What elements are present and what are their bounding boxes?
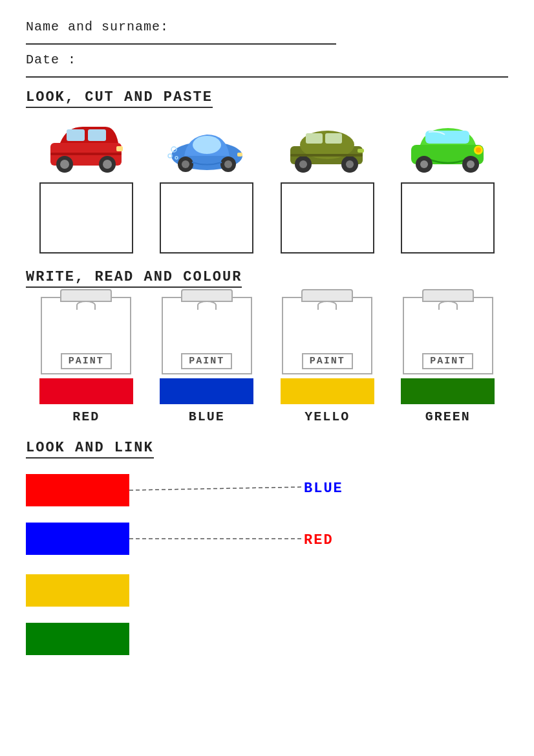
svg-rect-2 [88, 129, 106, 141]
link-swatch-yellow [26, 574, 129, 607]
color-label-red: RED [72, 409, 100, 424]
car-item-2 [152, 117, 262, 254]
link-title: LOOK AND LINK [26, 440, 154, 459]
paste-box-1 [39, 182, 133, 254]
color-swatch-green [401, 378, 495, 404]
paint-jar-red: PAINT [41, 297, 131, 374]
color-label-yellow: YELLO [304, 409, 350, 424]
car-image-3 [282, 117, 372, 178]
jar-lid-yellow [301, 289, 353, 302]
paste-box-4 [401, 182, 495, 254]
svg-point-6 [103, 160, 112, 169]
svg-point-34 [420, 160, 428, 168]
link-word-red: RED [304, 532, 334, 548]
color-label-blue: BLUE [189, 409, 225, 424]
paint-item-green: PAINT GREEN [393, 297, 503, 424]
paint-jar-blue: PAINT [162, 297, 252, 374]
jar-label-red: PAINT [61, 353, 112, 369]
paint-item-blue: PAINT BLUE [152, 297, 262, 424]
svg-rect-27 [358, 149, 364, 153]
cut-paste-section: LOOK, CUT AND PASTE [26, 89, 508, 254]
color-swatch-blue [160, 378, 253, 404]
paint-jar-yellow: PAINT [282, 297, 372, 374]
car-item-4 [393, 117, 503, 254]
paint-row: PAINT RED PAINT BLUE PAINT YELLO PAINT G… [26, 297, 508, 424]
paint-item-yellow: PAINT YELLO [272, 297, 382, 424]
svg-point-24 [299, 160, 307, 168]
link-area: BLUE RED [26, 468, 508, 662]
svg-rect-18 [237, 153, 242, 157]
jar-lid-red [60, 289, 112, 302]
jar-handle-green [438, 301, 458, 310]
date-underline [26, 71, 508, 78]
color-swatch-yellow [281, 378, 374, 404]
svg-point-12 [182, 160, 189, 168]
name-underline [26, 38, 336, 45]
svg-point-14 [224, 160, 232, 168]
car-item-3 [272, 117, 382, 254]
svg-rect-22 [325, 133, 342, 144]
svg-point-10 [193, 136, 221, 154]
svg-line-37 [129, 487, 304, 490]
jar-label-yellow: PAINT [302, 353, 353, 369]
link-word-blue: BLUE [304, 481, 343, 497]
jar-label-blue: PAINT [181, 353, 232, 369]
car-item-1 [31, 117, 141, 254]
jar-handle-blue [197, 301, 217, 310]
jar-lid-blue [181, 289, 233, 302]
name-label: Name and surname: [26, 19, 508, 34]
svg-point-32 [476, 147, 481, 153]
write-title: WRITE, READ AND COLOUR [26, 269, 242, 288]
link-swatch-green [26, 623, 129, 655]
header-section: Name and surname: Date : [26, 19, 508, 78]
car-image-1 [41, 117, 131, 178]
color-swatch-red [39, 378, 133, 404]
write-section: WRITE, READ AND COLOUR PAINT RED PAINT B… [26, 269, 508, 424]
jar-handle-red [76, 301, 96, 310]
svg-rect-21 [306, 133, 323, 144]
paint-item-red: PAINT RED [31, 297, 141, 424]
svg-point-36 [467, 160, 475, 168]
color-label-green: GREEN [425, 409, 471, 424]
link-swatch-blue [26, 523, 129, 555]
svg-rect-30 [425, 131, 469, 144]
cars-row [26, 117, 508, 254]
paste-box-3 [281, 182, 374, 254]
paint-jar-green: PAINT [403, 297, 493, 374]
date-label: Date : [26, 52, 508, 67]
svg-rect-1 [67, 129, 85, 141]
jar-lid-green [422, 289, 474, 302]
jar-label-green: PAINT [422, 353, 473, 369]
paste-box-2 [160, 182, 253, 254]
car-image-4 [403, 117, 493, 178]
svg-point-4 [60, 160, 69, 169]
link-section: LOOK AND LINK BLUE RED [26, 440, 508, 662]
link-swatch-red [26, 474, 129, 506]
car-image-2 [162, 117, 252, 178]
svg-point-26 [346, 160, 354, 168]
jar-handle-yellow [317, 301, 337, 310]
svg-rect-7 [116, 146, 123, 151]
cut-paste-title: LOOK, CUT AND PASTE [26, 89, 213, 108]
svg-rect-8 [50, 153, 122, 155]
svg-rect-28 [290, 154, 363, 157]
